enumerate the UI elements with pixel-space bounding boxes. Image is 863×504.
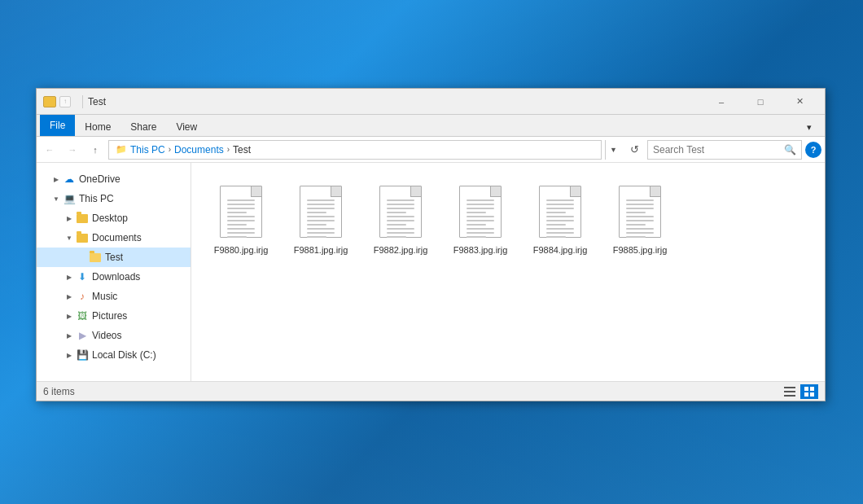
doc-line [387,212,406,213]
file-item[interactable]: F9884.jpg.irjg [523,176,597,262]
back-button[interactable]: ← [40,140,59,160]
expand-this-pc[interactable]: ▼ [50,192,63,205]
svg-rect-6 [810,392,814,397]
address-dropdown-button[interactable]: ▼ [605,140,621,160]
sidebar-item-documents[interactable]: ▼ Documents [37,228,191,248]
expand-local-disk[interactable]: ▶ [63,348,76,362]
onedrive-label: OneDrive [79,173,120,185]
expand-documents[interactable]: ▼ [63,231,76,244]
tab-share[interactable]: Share [120,118,166,136]
file-item[interactable]: F9882.jpg.irjg [364,176,437,262]
list-view-icon [784,387,795,397]
close-button[interactable]: ✕ [781,89,818,115]
doc-line [546,228,574,230]
sidebar-item-desktop[interactable]: ▶ Desktop [37,208,191,228]
pictures-icon: 🖼 [76,310,89,322]
doc-line [387,220,414,221]
file-name: F9882.jpg.irjg [374,244,428,256]
title-bar: ↑ Test – □ ✕ [37,89,825,115]
doc-line [467,232,494,234]
expand-test[interactable]: ▶ [76,251,89,264]
doc-line [227,232,255,234]
path-arrow-2: › [227,145,230,154]
doc-line [626,236,646,238]
doc-line [227,208,255,209]
expand-videos[interactable]: ▶ [63,329,76,342]
doc-line [626,232,654,234]
tab-file[interactable]: File [40,115,75,136]
doc-lines [307,199,335,240]
sidebar-item-test[interactable]: ▶ Test [37,248,191,267]
file-item[interactable]: F9880.jpg.irjg [204,176,278,262]
title-bar-icons: ↑ [43,96,71,107]
path-documents[interactable]: Documents [174,144,224,156]
doc-line [307,199,335,201]
doc-line [546,199,574,201]
file-name: F9880.jpg.irjg [214,244,269,256]
search-button[interactable]: 🔍 [784,144,796,156]
this-pc-icon: 💻 [63,193,76,204]
file-item[interactable]: F9883.jpg.irjg [444,176,517,262]
main-content: ▶ ☁ OneDrive ▼ 💻 This PC ▶ Des [37,163,825,381]
test-icon [89,252,102,263]
doc-line [626,208,654,209]
svg-rect-0 [784,387,795,388]
sidebar-item-local-disk[interactable]: ▶ 💾 Local Disk (C:) [37,345,191,365]
doc-line [307,208,335,209]
tab-view[interactable]: View [166,118,207,136]
minimize-button[interactable]: – [703,89,740,115]
help-button[interactable]: ? [805,142,821,158]
ribbon: File Home Share View ▾ [37,115,825,137]
expand-music[interactable]: ▶ [63,290,76,303]
forward-button[interactable]: → [63,140,82,160]
expand-desktop[interactable]: ▶ [63,212,76,225]
ribbon-expand-btn[interactable]: ▾ [797,119,821,136]
file-item[interactable]: F9885.jpg.irjg [603,176,677,262]
doc-page [539,186,581,238]
doc-line [467,228,494,230]
expand-pictures[interactable]: ▶ [63,309,76,322]
sidebar-item-downloads[interactable]: ▶ ⬇ Downloads [37,267,191,287]
sidebar-item-videos[interactable]: ▶ ▶ Videos [37,326,191,345]
sidebar-item-music[interactable]: ▶ ♪ Music [37,287,191,306]
doc-line [227,216,255,217]
documents-label: Documents [92,232,142,243]
doc-line [387,208,414,209]
tab-home[interactable]: Home [75,118,120,136]
doc-line [467,224,486,226]
address-path[interactable]: 📁 This PC › Documents › Test [108,140,602,160]
test-label: Test [105,252,123,263]
doc-line [626,228,654,230]
file-explorer-window: ↑ Test – □ ✕ File Home Share View ▾ ← → … [36,88,826,401]
search-input[interactable] [653,144,781,156]
doc-line [546,208,574,209]
pictures-label: Pictures [92,310,127,322]
doc-line [626,220,654,221]
list-view-button[interactable] [781,384,799,399]
file-icon-5 [614,182,666,241]
restore-button[interactable]: □ [742,89,779,115]
expand-downloads[interactable]: ▶ [63,270,76,283]
file-icon-4 [534,182,586,241]
expand-onedrive[interactable]: ▶ [50,173,63,186]
doc-line [227,236,247,238]
item-count: 6 items [43,386,75,397]
file-name: F9885.jpg.irjg [613,244,668,256]
doc-line [626,216,654,217]
window-controls: – □ ✕ [703,89,818,115]
tile-view-button[interactable] [800,384,818,399]
doc-line [227,220,255,221]
window-title: Test [88,96,703,107]
sidebar-item-this-pc[interactable]: ▼ 💻 This PC [37,189,191,208]
doc-line [307,204,335,205]
files-grid: F9880.jpg.irjg F9881.jpg.irjg [204,176,812,262]
file-icon-3 [454,182,506,241]
up-button[interactable]: ↑ [85,140,105,160]
sidebar-item-pictures[interactable]: ▶ 🖼 Pictures [37,306,191,326]
path-this-pc[interactable]: This PC [130,144,165,156]
file-item[interactable]: F9881.jpg.irjg [284,176,357,262]
refresh-button[interactable]: ↺ [624,140,644,160]
sidebar-item-onedrive[interactable]: ▶ ☁ OneDrive [37,169,191,189]
path-test[interactable]: Test [233,144,251,156]
doc-line [227,224,247,226]
